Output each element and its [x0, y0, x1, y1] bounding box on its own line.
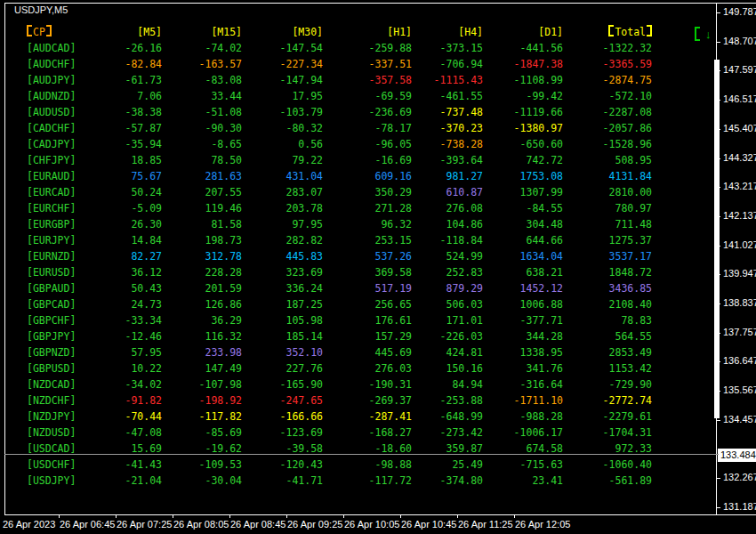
- value-cell: 283.07: [242, 184, 323, 200]
- value-cell: -461.55: [412, 88, 483, 104]
- value-cell: -5.09: [93, 200, 162, 216]
- value-cell: -84.55: [483, 200, 563, 216]
- time-axis-label: 26 Apr 06:45: [60, 519, 115, 530]
- value-cell: 282.82: [242, 232, 323, 248]
- price-tick: [717, 129, 720, 130]
- value-cell: -61.73: [93, 72, 162, 88]
- chart-border-left: [4, 3, 5, 515]
- time-tick: [59, 514, 60, 518]
- value-cell: -1119.66: [483, 104, 563, 120]
- value-cell: -99.42: [483, 88, 563, 104]
- value-cell: -273.42: [412, 425, 483, 441]
- value-cell: -377.71: [483, 312, 563, 328]
- value-cell: 3436.85: [563, 280, 652, 296]
- pair-label: [GBPAUD]: [27, 280, 93, 296]
- value-cell: 79.22: [242, 152, 323, 168]
- value-cell: 2810.00: [563, 184, 652, 200]
- value-cell: 323.69: [242, 264, 323, 280]
- value-cell: -117.82: [162, 409, 242, 425]
- price-tick: [717, 216, 720, 217]
- value-cell: 227.76: [242, 360, 323, 376]
- table-row: [AUDUSD]-38.38-51.08-103.79-236.69-737.4…: [27, 104, 652, 120]
- value-cell: -247.65: [242, 392, 323, 409]
- value-cell: -47.08: [93, 425, 162, 441]
- value-cell: 506.03: [412, 296, 483, 312]
- value-cell: -123.69: [242, 425, 323, 441]
- table-header-row: CP[M5][M15][M30][H1][H4][D1]Total: [27, 24, 652, 40]
- table-row: [EURUSD]36.12228.28323.69369.58252.83638…: [27, 264, 652, 280]
- value-cell: 508.95: [563, 152, 652, 168]
- value-cell: 105.98: [242, 312, 323, 328]
- time-axis[interactable]: 26 Apr 202326 Apr 06:4526 Apr 07:2526 Ap…: [0, 515, 756, 534]
- value-cell: -163.57: [162, 56, 242, 72]
- table-row: [GBPCAD]24.73126.86187.25256.65506.03100…: [27, 296, 652, 312]
- table-row: [GBPAUD]50.43201.59336.24517.19879.29145…: [27, 280, 652, 296]
- table-row: [GBPNZD]57.95233.98352.10445.69424.81133…: [27, 344, 652, 360]
- pair-label: [EURGBP]: [27, 216, 93, 232]
- value-cell: 97.95: [242, 216, 323, 232]
- value-cell: -41.71: [242, 473, 323, 489]
- value-cell: 609.16: [323, 168, 412, 184]
- strength-table[interactable]: CP[M5][M15][M30][H1][H4][D1]Total[AUDCAD…: [27, 24, 652, 489]
- value-cell: 228.28: [162, 264, 242, 280]
- pair-label: [NZDCAD]: [27, 376, 93, 392]
- table-row: [AUDJPY]-61.73-83.08-147.94-357.58-1115.…: [27, 72, 652, 88]
- time-axis-label: 26 Apr 10:05: [344, 519, 399, 530]
- pair-label: [NZDUSD]: [27, 425, 93, 441]
- value-cell: 7.06: [93, 88, 162, 104]
- value-cell: 171.01: [412, 312, 483, 328]
- pair-label: [EURAUD]: [27, 168, 93, 184]
- pair-label: [AUDCHF]: [27, 56, 93, 72]
- value-cell: 564.55: [563, 328, 652, 344]
- price-axis[interactable]: 133.484 149.787148.707147.597146.517145.…: [717, 0, 756, 514]
- price-tick: [717, 333, 720, 334]
- price-tick: [717, 478, 720, 479]
- value-cell: 147.49: [162, 360, 242, 376]
- value-cell: 1634.04: [483, 248, 563, 264]
- price-axis-label: 141.027: [723, 239, 756, 251]
- value-cell: -120.43: [242, 457, 323, 473]
- pair-label: [NZDJPY]: [27, 409, 93, 425]
- collapse-button[interactable]: ↓: [695, 27, 712, 41]
- value-cell: 116.32: [162, 328, 242, 344]
- value-cell: -236.69: [323, 104, 412, 120]
- price-tick: [717, 100, 720, 101]
- pair-label: [GBPCAD]: [27, 296, 93, 312]
- value-cell: -118.84: [412, 232, 483, 248]
- value-cell: 78.83: [563, 312, 652, 328]
- value-cell: -33.34: [93, 312, 162, 328]
- value-cell: 524.99: [412, 248, 483, 264]
- value-cell: -198.92: [162, 392, 242, 409]
- table-row: [GBPJPY]-12.46116.32185.14157.29-226.033…: [27, 328, 652, 344]
- value-cell: 207.55: [162, 184, 242, 200]
- table-row: [AUDNZD]7.0633.4417.95-69.59-461.55-99.4…: [27, 88, 652, 104]
- value-cell: -83.08: [162, 72, 242, 88]
- value-cell: -572.10: [563, 88, 652, 104]
- value-cell: 638.21: [483, 264, 563, 280]
- table-row: [GBPUSD]10.22147.49227.76276.03150.16341…: [27, 360, 652, 376]
- value-cell: -441.56: [483, 40, 563, 56]
- price-axis-label: 134.457: [723, 414, 756, 425]
- value-cell: -57.87: [93, 120, 162, 136]
- value-cell: 252.83: [412, 264, 483, 280]
- value-cell: -561.89: [563, 473, 652, 489]
- pair-label: [EURCHF]: [27, 200, 93, 216]
- time-axis-label: 26 Apr 11:25: [458, 519, 513, 530]
- table-row: [CADJPY]-35.94-8.650.56-96.05-738.28-650…: [27, 136, 652, 152]
- price-tick: [717, 391, 720, 392]
- value-cell: 1753.08: [483, 168, 563, 184]
- value-cell: 445.69: [323, 344, 412, 360]
- value-cell: 17.95: [242, 88, 323, 104]
- column-header: CP: [27, 24, 93, 40]
- value-cell: -8.65: [162, 136, 242, 152]
- column-header: [M15]: [162, 24, 242, 40]
- time-axis-label: 26 Apr 08:45: [230, 519, 286, 530]
- value-cell: -337.51: [323, 56, 412, 72]
- value-cell: -78.17: [323, 120, 412, 136]
- pair-label: [USDCHF]: [27, 457, 93, 473]
- value-cell: 3537.17: [563, 248, 652, 264]
- price-tick: [717, 246, 720, 247]
- time-tick: [116, 514, 117, 518]
- value-cell: 537.26: [323, 248, 412, 264]
- time-axis-label: 26 Apr 09:25: [287, 519, 342, 530]
